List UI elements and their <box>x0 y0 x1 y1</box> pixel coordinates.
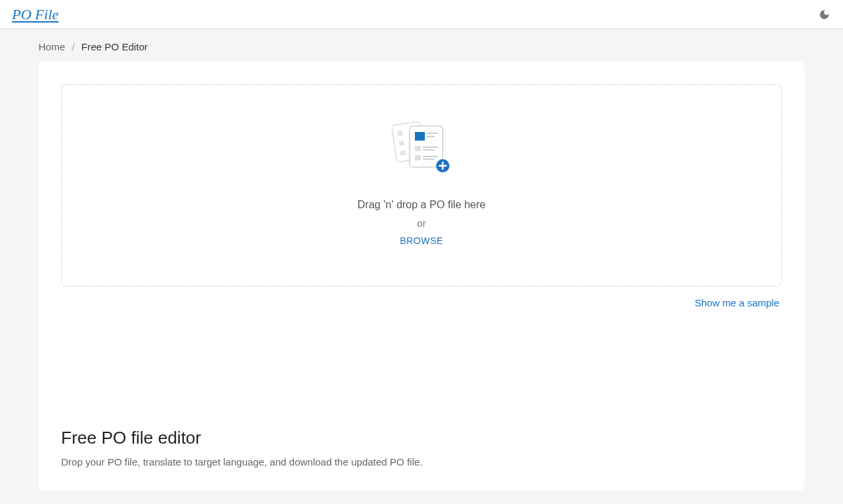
show-sample-link[interactable]: Show me a sample <box>694 297 779 308</box>
svg-rect-1 <box>397 131 403 136</box>
moon-icon <box>818 9 830 21</box>
section-heading: Free PO file editor <box>61 428 782 448</box>
upload-files-icon <box>75 118 768 178</box>
documents-plus-icon <box>388 118 455 178</box>
main-card: Drag 'n' drop a PO file here or BROWSE S… <box>38 62 805 490</box>
breadcrumb-home[interactable]: Home <box>38 41 65 52</box>
breadcrumb-current: Free PO Editor <box>82 41 148 52</box>
dropzone[interactable]: Drag 'n' drop a PO file here or BROWSE <box>61 84 782 286</box>
svg-rect-5 <box>415 132 425 141</box>
breadcrumb: Home / Free PO Editor <box>0 29 843 62</box>
svg-rect-11 <box>415 155 421 160</box>
browse-button[interactable]: BROWSE <box>75 235 768 246</box>
dropzone-text: Drag 'n' drop a PO file here <box>75 199 768 211</box>
logo-link[interactable]: PO File <box>12 6 58 23</box>
svg-rect-3 <box>400 151 406 156</box>
dropzone-or: or <box>75 218 768 229</box>
header: PO File <box>0 0 843 29</box>
svg-rect-2 <box>398 141 404 146</box>
breadcrumb-separator: / <box>72 41 74 52</box>
section-subtext: Drop your PO file, translate to target l… <box>61 456 782 468</box>
theme-toggle-button[interactable] <box>818 8 831 21</box>
svg-rect-8 <box>415 146 421 151</box>
